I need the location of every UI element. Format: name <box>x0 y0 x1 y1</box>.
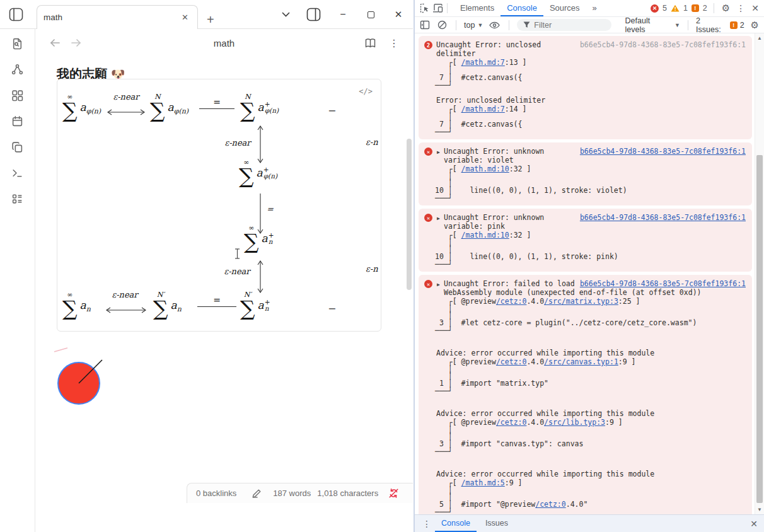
source-location-link[interactable]: b66e5cb4-97d8-4368-83e5-7c08fef193f6:1 <box>580 147 746 156</box>
devtools-drawer: ⋮ Console Issues ✕ <box>415 514 764 532</box>
faint-pink-line <box>54 348 67 352</box>
terminal-button[interactable] <box>11 167 23 179</box>
devtools-header: Elements Console Sources » ✕ 5 1 ! 2 ⚙ ⋮… <box>415 0 764 17</box>
funnel-icon <box>523 21 530 28</box>
close-icon: ✕ <box>395 9 403 20</box>
scroll-up-icon[interactable]: ▲ <box>755 35 764 41</box>
sync-error-button[interactable] <box>388 488 399 499</box>
console-error-message[interactable]: ✕ ▶ b66e5cb4-97d8-4368-83e5-7c08fef193f6… <box>419 275 752 514</box>
drawer-tab-console[interactable]: Console <box>435 515 477 532</box>
console-error-message[interactable]: 2 b66e5cb4-97d8-4368-83e5-7c08fef193f6:1… <box>419 36 752 139</box>
checklist-button[interactable] <box>11 193 23 205</box>
more-options-button[interactable]: ⋮ <box>389 37 399 49</box>
tab-console[interactable]: Console <box>501 0 543 16</box>
sync-off-icon <box>388 488 399 499</box>
package-link[interactable]: /cetz:0 <box>496 418 526 427</box>
eps-near-label: ε-near <box>108 92 144 101</box>
file-link[interactable]: /src/matrix.typ:3 <box>544 297 618 306</box>
console-sidebar-button[interactable] <box>419 19 431 31</box>
package-link[interactable]: /cetz:0 <box>496 357 526 366</box>
graph-view-button[interactable] <box>11 64 23 76</box>
templates-button[interactable] <box>11 141 23 153</box>
canvas-button[interactable] <box>11 90 23 101</box>
error-count-icon[interactable]: ✕ <box>651 4 659 13</box>
expand-arrow-icon[interactable]: ▶ <box>437 280 440 289</box>
new-tab-button[interactable]: + <box>207 14 214 25</box>
source-location-link[interactable]: b66e5cb4-97d8-4368-83e5-7c08fef193f6:1 <box>580 279 746 288</box>
scroll-down-icon[interactable]: ▼ <box>755 507 764 512</box>
calendar-icon <box>11 115 23 127</box>
issues-counter[interactable]: 2 Issues: ! 2 <box>696 16 744 34</box>
word-count: 187 words <box>273 489 311 498</box>
window-minimize-button[interactable]: − <box>337 9 349 20</box>
eps-near-label: ε-near <box>220 267 254 276</box>
eye-icon <box>489 21 500 29</box>
issues-icon[interactable]: ! <box>692 4 699 12</box>
eps-near-label: ε-near <box>221 138 255 147</box>
filter-box[interactable] <box>517 19 611 31</box>
filter-input[interactable] <box>534 21 603 30</box>
expand-arrow-icon[interactable]: ▶ <box>437 148 440 157</box>
source-location-link[interactable]: b66e5cb4-97d8-4368-83e5-7c08fef193f6:1 <box>580 213 746 222</box>
equals-over-line: = <box>197 295 236 307</box>
clear-console-button[interactable] <box>436 19 448 31</box>
file-link[interactable]: /math.md:10 <box>461 231 509 240</box>
live-expression-button[interactable] <box>488 20 501 30</box>
search-note-button[interactable] <box>11 38 23 50</box>
sum-term: N∑ aφ(n) <box>150 93 188 121</box>
edit-mode-toggle[interactable] <box>252 489 262 499</box>
console-error-message[interactable]: ✕ ▶ b66e5cb4-97d8-4368-83e5-7c08fef193f6… <box>419 142 752 205</box>
window-maximize-button[interactable] <box>365 9 376 20</box>
devtools-settings-button[interactable]: ⚙ <box>721 1 731 15</box>
file-link[interactable]: /math.md:10 <box>461 165 509 173</box>
editor-scrollbar-thumb[interactable] <box>407 139 412 290</box>
expand-arrow-icon[interactable]: ▶ <box>437 214 440 223</box>
file-link[interactable]: /math.md:7 <box>461 58 505 67</box>
drawer-close-button[interactable]: ✕ <box>750 519 758 529</box>
tab-elements[interactable]: Elements <box>454 0 501 16</box>
backlinks-count[interactable]: 0 backlinks <box>196 489 236 498</box>
drawer-menu-button[interactable]: ⋮ <box>421 518 432 530</box>
daily-note-button[interactable] <box>11 115 23 127</box>
file-link[interactable]: /math.md:5 <box>461 478 505 487</box>
package-link[interactable]: /cetz:0 <box>496 297 526 306</box>
file-link[interactable]: /math.md:7 <box>461 105 505 113</box>
package-link[interactable]: /cetz:0 <box>535 500 565 509</box>
edit-block-button[interactable]: </> <box>359 87 373 96</box>
text-cursor <box>234 248 240 259</box>
devtools-menu-button[interactable]: ⋮ <box>735 2 746 14</box>
console-scrollbar[interactable]: ▲ ▼ <box>755 33 764 514</box>
reading-view-button[interactable] <box>364 37 376 49</box>
console-toolbar: top▼ Default levels▼ 2 Issues: ! 2 ⚙ <box>415 17 764 33</box>
left-right-arrow <box>105 307 147 313</box>
console-settings-button[interactable]: ⚙ <box>750 18 760 32</box>
file-link[interactable]: /src/lib.typ:3 <box>544 418 605 427</box>
warning-icon[interactable] <box>671 4 680 12</box>
graph-icon <box>11 64 23 76</box>
source-location-link[interactable]: b66e5cb4-97d8-4368-83e5-7c08fef193f6:1 <box>580 40 746 49</box>
drawer-tab-issues[interactable]: Issues <box>479 515 514 532</box>
log-levels-selector[interactable]: Default levels▼ <box>625 16 680 34</box>
left-sidebar-toggle-button[interactable] <box>9 8 23 21</box>
sum-term: ∞∑ an <box>62 291 91 319</box>
clear-icon <box>437 20 447 30</box>
console-sidebar-icon <box>420 20 430 30</box>
file-link[interactable]: /src/canvas.typ:1 <box>544 357 618 366</box>
devtools-close-button[interactable]: ✕ <box>750 2 760 14</box>
inspect-element-button[interactable] <box>419 2 431 14</box>
context-selector[interactable]: top▼ <box>464 21 483 30</box>
tab-sources[interactable]: Sources <box>543 0 586 16</box>
tab-list-chevron-icon[interactable] <box>282 12 290 17</box>
console-error-message[interactable]: ✕ ▶ b66e5cb4-97d8-4368-83e5-7c08fef193f6… <box>419 209 752 272</box>
more-tabs-button[interactable]: » <box>586 0 603 16</box>
tab-math[interactable]: math ✕ <box>37 5 198 29</box>
status-bar: 0 backlinks 187 words 1,018 characters <box>187 483 413 503</box>
device-toolbar-button[interactable] <box>431 2 444 14</box>
clipped-eps-label: ε-n <box>366 264 381 274</box>
right-sidebar-toggle-button[interactable] <box>306 8 321 21</box>
window-close-button[interactable]: ✕ <box>393 9 404 20</box>
eps-near-label: ε-near <box>107 290 143 299</box>
desktop: math ✕ + − ✕ <box>0 0 764 532</box>
scrollbar-thumb[interactable] <box>756 155 763 503</box>
tab-close-icon[interactable]: ✕ <box>179 11 191 23</box>
